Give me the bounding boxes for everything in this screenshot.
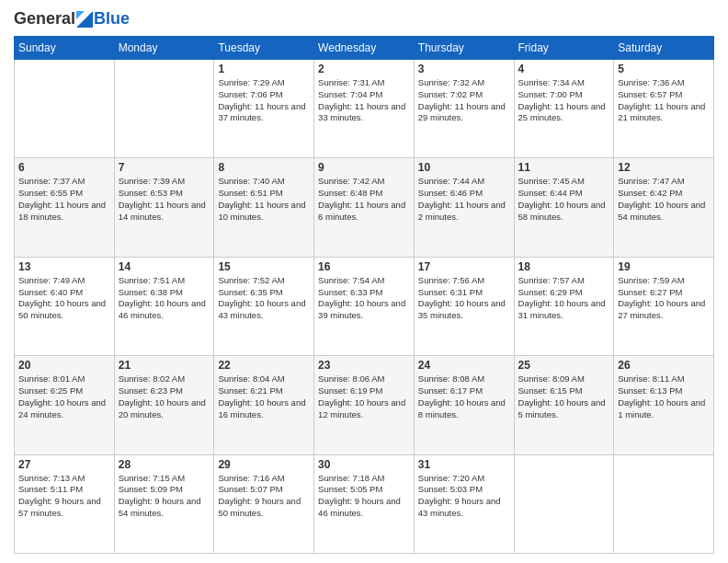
calendar-cell: 4Sunrise: 7:34 AM Sunset: 7:00 PM Daylig… bbox=[514, 60, 614, 158]
day-info: Sunrise: 8:06 AM Sunset: 6:19 PM Dayligh… bbox=[318, 373, 410, 420]
calendar-cell: 25Sunrise: 8:09 AM Sunset: 6:15 PM Dayli… bbox=[514, 356, 614, 454]
calendar-cell: 22Sunrise: 8:04 AM Sunset: 6:21 PM Dayli… bbox=[214, 356, 314, 454]
calendar-header-sunday: Sunday bbox=[15, 37, 115, 60]
calendar-week-row: 1Sunrise: 7:29 AM Sunset: 7:06 PM Daylig… bbox=[15, 60, 714, 158]
day-number: 29 bbox=[218, 458, 310, 471]
calendar-cell: 5Sunrise: 7:36 AM Sunset: 6:57 PM Daylig… bbox=[614, 60, 714, 158]
logo-icon bbox=[76, 11, 93, 28]
logo-blue-text: Blue bbox=[94, 9, 130, 29]
day-number: 12 bbox=[618, 161, 710, 174]
calendar-cell bbox=[114, 60, 214, 158]
calendar-cell: 23Sunrise: 8:06 AM Sunset: 6:19 PM Dayli… bbox=[314, 356, 415, 454]
day-info: Sunrise: 7:59 AM Sunset: 6:27 PM Dayligh… bbox=[618, 275, 710, 322]
day-info: Sunrise: 8:11 AM Sunset: 6:13 PM Dayligh… bbox=[618, 373, 710, 420]
day-number: 28 bbox=[119, 458, 210, 471]
day-info: Sunrise: 7:36 AM Sunset: 6:57 PM Dayligh… bbox=[618, 77, 710, 124]
day-info: Sunrise: 7:56 AM Sunset: 6:31 PM Dayligh… bbox=[418, 275, 510, 322]
day-number: 5 bbox=[618, 63, 710, 75]
day-info: Sunrise: 7:13 AM Sunset: 5:11 PM Dayligh… bbox=[18, 473, 110, 520]
calendar-cell: 17Sunrise: 7:56 AM Sunset: 6:31 PM Dayli… bbox=[414, 257, 514, 355]
calendar-cell: 3Sunrise: 7:32 AM Sunset: 7:02 PM Daylig… bbox=[414, 60, 514, 158]
calendar-header-tuesday: Tuesday bbox=[214, 37, 314, 60]
day-number: 19 bbox=[618, 260, 710, 273]
day-info: Sunrise: 8:09 AM Sunset: 6:15 PM Dayligh… bbox=[518, 373, 610, 420]
day-number: 10 bbox=[418, 161, 510, 174]
calendar-cell: 6Sunrise: 7:37 AM Sunset: 6:55 PM Daylig… bbox=[15, 158, 115, 257]
calendar-cell: 11Sunrise: 7:45 AM Sunset: 6:44 PM Dayli… bbox=[514, 158, 614, 257]
day-number: 16 bbox=[318, 260, 410, 273]
day-info: Sunrise: 7:29 AM Sunset: 7:06 PM Dayligh… bbox=[218, 77, 310, 124]
page-header: General Blue bbox=[14, 9, 714, 29]
day-number: 30 bbox=[318, 458, 410, 471]
day-info: Sunrise: 7:34 AM Sunset: 7:00 PM Dayligh… bbox=[518, 77, 610, 124]
calendar-cell: 21Sunrise: 8:02 AM Sunset: 6:23 PM Dayli… bbox=[114, 356, 214, 454]
day-number: 26 bbox=[618, 359, 710, 372]
calendar-cell: 16Sunrise: 7:54 AM Sunset: 6:33 PM Dayli… bbox=[314, 257, 415, 355]
calendar-cell bbox=[15, 60, 115, 158]
day-number: 6 bbox=[18, 161, 110, 174]
day-info: Sunrise: 8:04 AM Sunset: 6:21 PM Dayligh… bbox=[218, 373, 310, 420]
day-number: 4 bbox=[518, 63, 610, 75]
day-info: Sunrise: 7:42 AM Sunset: 6:48 PM Dayligh… bbox=[318, 176, 410, 223]
day-number: 15 bbox=[218, 260, 310, 273]
day-info: Sunrise: 8:08 AM Sunset: 6:17 PM Dayligh… bbox=[418, 373, 510, 420]
day-number: 22 bbox=[218, 359, 310, 372]
day-info: Sunrise: 7:47 AM Sunset: 6:42 PM Dayligh… bbox=[618, 176, 710, 223]
calendar-header-thursday: Thursday bbox=[414, 37, 514, 60]
calendar-week-row: 13Sunrise: 7:49 AM Sunset: 6:40 PM Dayli… bbox=[15, 257, 714, 355]
day-number: 25 bbox=[518, 359, 610, 372]
calendar-header-monday: Monday bbox=[114, 37, 214, 60]
day-number: 31 bbox=[418, 458, 510, 471]
day-info: Sunrise: 7:49 AM Sunset: 6:40 PM Dayligh… bbox=[18, 275, 110, 322]
calendar-week-row: 27Sunrise: 7:13 AM Sunset: 5:11 PM Dayli… bbox=[15, 454, 714, 553]
day-info: Sunrise: 7:44 AM Sunset: 6:46 PM Dayligh… bbox=[418, 176, 510, 223]
day-info: Sunrise: 8:02 AM Sunset: 6:23 PM Dayligh… bbox=[119, 373, 210, 420]
day-number: 20 bbox=[18, 359, 110, 372]
calendar-cell: 14Sunrise: 7:51 AM Sunset: 6:38 PM Dayli… bbox=[114, 257, 214, 355]
calendar-header-saturday: Saturday bbox=[614, 37, 714, 60]
calendar-header-friday: Friday bbox=[514, 37, 614, 60]
day-number: 11 bbox=[518, 161, 610, 174]
calendar-cell: 26Sunrise: 8:11 AM Sunset: 6:13 PM Dayli… bbox=[614, 356, 714, 454]
day-info: Sunrise: 7:32 AM Sunset: 7:02 PM Dayligh… bbox=[418, 77, 510, 124]
calendar-cell: 24Sunrise: 8:08 AM Sunset: 6:17 PM Dayli… bbox=[414, 356, 514, 454]
calendar-cell: 8Sunrise: 7:40 AM Sunset: 6:51 PM Daylig… bbox=[214, 158, 314, 257]
calendar-cell: 30Sunrise: 7:18 AM Sunset: 5:05 PM Dayli… bbox=[314, 454, 415, 553]
day-info: Sunrise: 8:01 AM Sunset: 6:25 PM Dayligh… bbox=[18, 373, 110, 420]
calendar-header-row: SundayMondayTuesdayWednesdayThursdayFrid… bbox=[15, 37, 714, 60]
calendar-cell: 28Sunrise: 7:15 AM Sunset: 5:09 PM Dayli… bbox=[114, 454, 214, 553]
day-number: 13 bbox=[18, 260, 110, 273]
day-number: 24 bbox=[418, 359, 510, 372]
day-info: Sunrise: 7:15 AM Sunset: 5:09 PM Dayligh… bbox=[119, 473, 210, 520]
calendar-week-row: 6Sunrise: 7:37 AM Sunset: 6:55 PM Daylig… bbox=[15, 158, 714, 257]
calendar-cell: 13Sunrise: 7:49 AM Sunset: 6:40 PM Dayli… bbox=[15, 257, 115, 355]
calendar-cell: 10Sunrise: 7:44 AM Sunset: 6:46 PM Dayli… bbox=[414, 158, 514, 257]
calendar-cell: 2Sunrise: 7:31 AM Sunset: 7:04 PM Daylig… bbox=[314, 60, 415, 158]
calendar-cell: 18Sunrise: 7:57 AM Sunset: 6:29 PM Dayli… bbox=[514, 257, 614, 355]
day-info: Sunrise: 7:16 AM Sunset: 5:07 PM Dayligh… bbox=[218, 473, 310, 520]
day-number: 14 bbox=[119, 260, 210, 273]
day-number: 27 bbox=[18, 458, 110, 471]
calendar-cell: 7Sunrise: 7:39 AM Sunset: 6:53 PM Daylig… bbox=[114, 158, 214, 257]
day-number: 23 bbox=[318, 359, 410, 372]
day-number: 2 bbox=[318, 63, 410, 75]
day-number: 7 bbox=[119, 161, 210, 174]
svg-marker-1 bbox=[76, 11, 85, 19]
day-number: 1 bbox=[218, 63, 310, 75]
calendar-cell: 27Sunrise: 7:13 AM Sunset: 5:11 PM Dayli… bbox=[15, 454, 115, 553]
day-info: Sunrise: 7:52 AM Sunset: 6:35 PM Dayligh… bbox=[218, 275, 310, 322]
logo-general-text: General bbox=[14, 9, 75, 29]
day-number: 21 bbox=[119, 359, 210, 372]
calendar-cell: 31Sunrise: 7:20 AM Sunset: 5:03 PM Dayli… bbox=[414, 454, 514, 553]
day-number: 3 bbox=[418, 63, 510, 75]
calendar-table: SundayMondayTuesdayWednesdayThursdayFrid… bbox=[14, 36, 714, 554]
day-number: 9 bbox=[318, 161, 410, 174]
logo: General Blue bbox=[14, 9, 130, 29]
calendar-week-row: 20Sunrise: 8:01 AM Sunset: 6:25 PM Dayli… bbox=[15, 356, 714, 454]
day-info: Sunrise: 7:39 AM Sunset: 6:53 PM Dayligh… bbox=[119, 176, 210, 223]
day-number: 18 bbox=[518, 260, 610, 273]
day-number: 8 bbox=[218, 161, 310, 174]
calendar-header-wednesday: Wednesday bbox=[314, 37, 415, 60]
day-info: Sunrise: 7:40 AM Sunset: 6:51 PM Dayligh… bbox=[218, 176, 310, 223]
calendar-cell bbox=[614, 454, 714, 553]
